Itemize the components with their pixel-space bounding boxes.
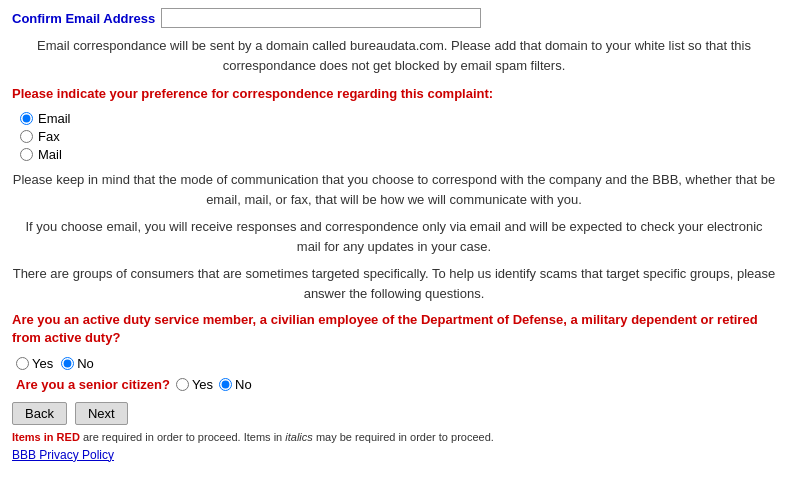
correspondence-radio-group: Email Fax Mail: [20, 111, 776, 162]
footer-middle-text: are required in order to proceed. Items …: [80, 431, 285, 443]
bureau-info-text: Email correspondance will be sent by a d…: [12, 36, 776, 75]
radio-military-yes-label: Yes: [16, 356, 53, 371]
notice-text-3: There are groups of consumers that are s…: [12, 264, 776, 303]
radio-fax-label: Fax: [38, 129, 60, 144]
radio-senior-yes[interactable]: [176, 378, 189, 391]
radio-senior-no-label: No: [219, 377, 252, 392]
radio-email-label: Email: [38, 111, 71, 126]
radio-item-email: Email: [20, 111, 776, 126]
radio-fax[interactable]: [20, 130, 33, 143]
radio-mail-label: Mail: [38, 147, 62, 162]
back-button[interactable]: Back: [12, 402, 67, 425]
button-row: Back Next: [12, 402, 776, 425]
senior-radio-group: Yes No: [176, 377, 252, 392]
footer-red-text: Items in RED: [12, 431, 80, 443]
radio-senior-no[interactable]: [219, 378, 232, 391]
confirm-email-label: Confirm Email Address: [12, 11, 155, 26]
footer-end-text: may be required in order to proceed.: [313, 431, 494, 443]
next-button[interactable]: Next: [75, 402, 128, 425]
footer-note: Items in RED are required in order to pr…: [12, 431, 776, 443]
footer-italic-text: italics: [285, 431, 313, 443]
radio-military-no[interactable]: [61, 357, 74, 370]
notice-text-1: Please keep in mind that the mode of com…: [12, 170, 776, 209]
privacy-policy-link[interactable]: BBB Privacy Policy: [12, 447, 776, 462]
privacy-policy-text[interactable]: BBB Privacy Policy: [12, 448, 114, 462]
senior-citizen-row: Are you a senior citizen? Yes No: [16, 377, 776, 392]
confirm-email-input[interactable]: [161, 8, 481, 28]
notice-text-2: If you choose email, you will receive re…: [12, 217, 776, 256]
confirm-email-row: Confirm Email Address: [12, 8, 776, 28]
radio-military-no-label: No: [61, 356, 94, 371]
radio-email[interactable]: [20, 112, 33, 125]
radio-item-mail: Mail: [20, 147, 776, 162]
radio-item-fax: Fax: [20, 129, 776, 144]
preference-question: Please indicate your preference for corr…: [12, 85, 776, 103]
military-radio-group: Yes No: [16, 356, 776, 371]
radio-mail[interactable]: [20, 148, 33, 161]
radio-military-yes[interactable]: [16, 357, 29, 370]
radio-senior-yes-label: Yes: [176, 377, 213, 392]
senior-citizen-label: Are you a senior citizen?: [16, 377, 170, 392]
military-question: Are you an active duty service member, a…: [12, 311, 776, 347]
